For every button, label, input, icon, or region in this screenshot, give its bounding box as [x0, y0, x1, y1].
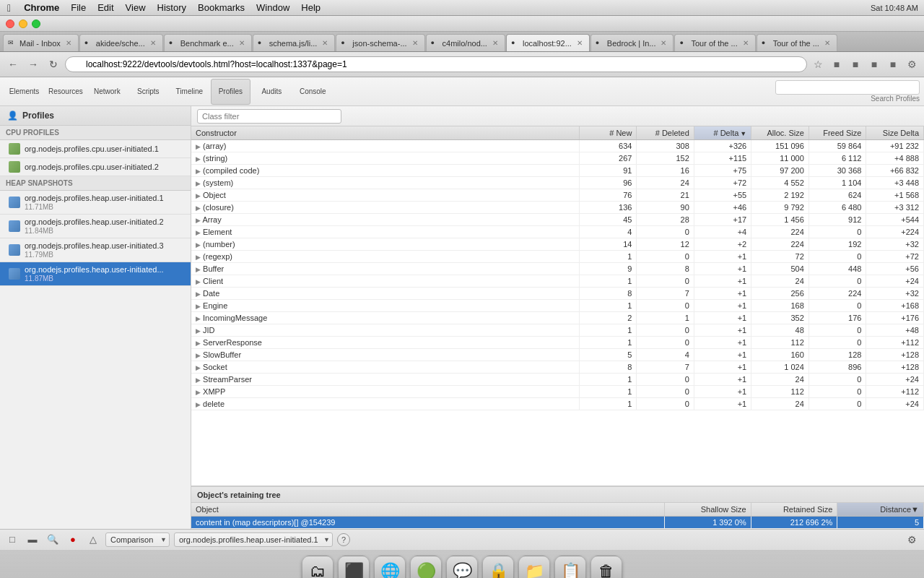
tab-close-1[interactable]: ✕ — [148, 38, 158, 48]
table-row[interactable]: ▶ (system)9624+724 5521 104+3 448 — [191, 177, 924, 189]
class-filter-input[interactable] — [197, 109, 341, 124]
expand-arrow[interactable]: ▶ — [196, 192, 201, 199]
back-button[interactable]: ← — [4, 56, 22, 73]
minimize-window-button[interactable] — [19, 20, 27, 28]
col-header-3[interactable]: # Delta▼ — [694, 126, 751, 140]
tab-0[interactable]: ✉Mail - Inbox✕ — [3, 34, 79, 51]
expand-arrow[interactable]: ▶ — [196, 204, 201, 212]
view-menu[interactable]: View — [120, 1, 152, 14]
sidebar-cpu-item-0[interactable]: org.nodejs.profiles.cpu.user-initiated.1 — [0, 140, 191, 158]
close-window-button[interactable] — [6, 20, 14, 28]
bookmark-icon[interactable]: ☆ — [810, 56, 826, 72]
history-menu[interactable]: History — [152, 1, 192, 14]
expand-arrow[interactable]: ▶ — [196, 241, 201, 249]
tab-close-9[interactable]: ✕ — [822, 38, 832, 48]
devtools-tab-profiles[interactable]: Profiles — [211, 79, 250, 105]
window-menu[interactable]: Window — [250, 1, 295, 14]
sidebar-heap-item-3[interactable]: org.nodejs.profiles.heap.user-initiated.… — [0, 262, 191, 286]
expand-arrow[interactable]: ▶ — [196, 364, 201, 371]
expand-arrow[interactable]: ▶ — [196, 376, 201, 384]
retaining-col-header-2[interactable]: Retained Size — [751, 503, 837, 517]
chrome-menu[interactable]: Chrome — [18, 1, 65, 14]
dock-icon-6[interactable]: 📁 — [518, 556, 550, 579]
expand-arrow[interactable]: ▶ — [196, 155, 201, 163]
clear-button[interactable]: △ — [85, 532, 101, 548]
search-profiles-input[interactable] — [775, 80, 920, 95]
table-row[interactable]: ▶ JID10+1480+48 — [191, 324, 924, 337]
maximize-window-button[interactable] — [32, 20, 40, 28]
dock-side-button[interactable]: ▬ — [25, 532, 40, 548]
wrench-icon[interactable]: ⚙ — [904, 56, 920, 72]
tab-3[interactable]: ●schema.js/li...✕ — [253, 34, 336, 51]
table-row[interactable]: ▶ (closure)13690+469 7926 480+3 312 — [191, 202, 924, 214]
expand-arrow[interactable]: ▶ — [196, 352, 201, 359]
table-row[interactable]: ▶ (regexp)10+1720+72 — [191, 251, 924, 263]
table-row[interactable]: ▶ Object7621+552 192624+1 568 — [191, 189, 924, 202]
expand-arrow[interactable]: ▶ — [196, 143, 201, 150]
reload-button[interactable]: ↻ — [45, 56, 62, 73]
table-row[interactable]: ▶ SlowBuffer54+1160128+128 — [191, 349, 924, 361]
table-row[interactable]: ▶ ServerResponse10+11120+112 — [191, 337, 924, 349]
retaining-col-header-0[interactable]: Object — [191, 503, 665, 517]
table-row[interactable]: ▶ Client10+1240+24 — [191, 275, 924, 288]
dock-icon-4[interactable]: 💬 — [446, 556, 478, 579]
file-menu[interactable]: File — [65, 1, 92, 14]
devtools-tab-audits[interactable]: Audits — [252, 79, 292, 105]
retaining-col-header-1[interactable]: Shallow Size — [665, 503, 751, 517]
tab-9[interactable]: ●Tour of the ...✕ — [757, 34, 837, 51]
tab-close-4[interactable]: ✕ — [410, 38, 420, 48]
dock-icon-7[interactable]: 📋 — [554, 556, 586, 579]
expand-arrow[interactable]: ▶ — [196, 229, 201, 236]
table-row[interactable]: ▶ (string)267152+11511 0006 112+4 888 — [191, 152, 924, 165]
extension-icon-3[interactable]: ■ — [866, 56, 882, 72]
expand-arrow[interactable]: ▶ — [196, 266, 201, 273]
sidebar-heap-item-1[interactable]: org.nodejs.profiles.heap.user-initiated.… — [0, 215, 191, 238]
record-button[interactable]: ● — [65, 532, 81, 548]
col-header-0[interactable]: Constructor — [191, 126, 580, 140]
table-row[interactable]: ▶ Date87+1256224+32 — [191, 288, 924, 300]
bookmarks-menu[interactable]: Bookmarks — [192, 1, 250, 14]
extension-icon-1[interactable]: ■ — [829, 56, 845, 72]
tab-close-3[interactable]: ✕ — [320, 38, 330, 48]
expand-arrow[interactable]: ▶ — [196, 327, 201, 335]
table-row[interactable]: ▶ Buffer98+1504448+56 — [191, 263, 924, 275]
baseline-select[interactable]: org.nodejs.profiles.heap.user-initiated.… — [174, 532, 333, 547]
expand-arrow[interactable]: ▶ — [196, 290, 201, 298]
devtools-tab-console[interactable]: Console — [293, 79, 333, 105]
edit-menu[interactable]: Edit — [92, 1, 119, 14]
col-header-2[interactable]: # Deleted — [637, 126, 694, 140]
table-row[interactable]: ▶ (array)634308+326151 09659 864+91 232 — [191, 140, 924, 152]
settings-button[interactable]: ⚙ — [904, 532, 920, 548]
tab-close-7[interactable]: ✕ — [658, 38, 668, 48]
retaining-row[interactable]: content in (map descriptors)[] @1542391 … — [191, 517, 924, 529]
view-mode-select[interactable]: Comparison Summary Containment Dominator… — [105, 532, 170, 547]
sidebar-heap-item-2[interactable]: org.nodejs.profiles.heap.user-initiated.… — [0, 238, 191, 262]
forward-button[interactable]: → — [25, 56, 42, 73]
tab-close-2[interactable]: ✕ — [237, 38, 247, 48]
expand-arrow[interactable]: ▶ — [196, 303, 201, 310]
table-row[interactable]: ▶ delete10+1240+24 — [191, 398, 924, 410]
expand-arrow[interactable]: ▶ — [196, 254, 201, 261]
expand-arrow[interactable]: ▶ — [196, 278, 201, 285]
tab-close-0[interactable]: ✕ — [64, 38, 74, 48]
dock-icon-8[interactable]: 🗑 — [590, 556, 622, 579]
tab-1[interactable]: ●akidee/sche...✕ — [79, 34, 163, 51]
table-row[interactable]: ▶ Array4528+171 456912+544 — [191, 214, 924, 226]
dock-icon-2[interactable]: 🌐 — [374, 556, 406, 579]
sidebar-cpu-item-1[interactable]: org.nodejs.profiles.cpu.user-initiated.2 — [0, 158, 191, 176]
expand-arrow[interactable]: ▶ — [196, 180, 201, 187]
tab-8[interactable]: ●Tour of the ...✕ — [674, 34, 755, 51]
table-row[interactable]: ▶ Engine10+11680+168 — [191, 300, 924, 312]
dock-icon-1[interactable]: ⬛ — [338, 556, 370, 579]
table-row[interactable]: ▶ (number)1412+2224192+32 — [191, 238, 924, 251]
table-row[interactable]: ▶ Element40+42240+224 — [191, 226, 924, 238]
expand-arrow[interactable]: ▶ — [196, 389, 201, 396]
col-header-5[interactable]: Freed Size — [808, 126, 866, 140]
sidebar-heap-item-0[interactable]: org.nodejs.profiles.heap.user-initiated.… — [0, 191, 191, 215]
extension-icon-2[interactable]: ■ — [847, 56, 863, 72]
tab-2[interactable]: ●Benchmark e...✕ — [164, 34, 252, 51]
tab-close-5[interactable]: ✕ — [490, 38, 500, 48]
col-header-4[interactable]: Alloc. Size — [751, 126, 809, 140]
tab-close-8[interactable]: ✕ — [741, 38, 751, 48]
expand-arrow[interactable]: ▶ — [196, 168, 201, 175]
